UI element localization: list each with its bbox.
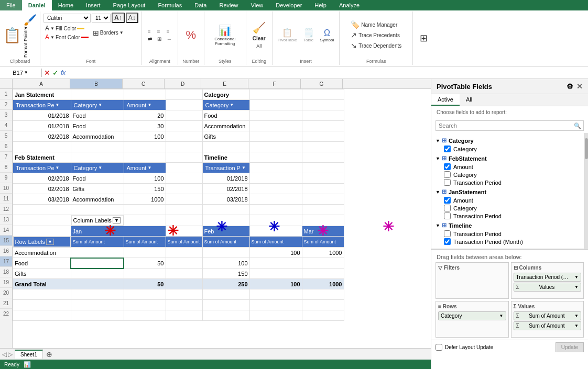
cell-c15[interactable]: Sum of Amount <box>124 237 166 248</box>
cell-d14[interactable] <box>166 226 202 237</box>
cell-d17[interactable] <box>166 258 202 269</box>
indent-btn[interactable]: → <box>165 36 173 42</box>
cell-g19[interactable]: 1000 <box>302 279 344 289</box>
row-6[interactable]: 6 <box>0 141 12 152</box>
cell-a18[interactable]: Gifts <box>13 269 71 279</box>
cell-a5[interactable]: 02/2018 <box>13 131 71 142</box>
cell-a14[interactable] <box>13 226 71 237</box>
cell-a20[interactable] <box>13 289 71 300</box>
cell-b6[interactable] <box>71 142 124 152</box>
pivot-field-feb-category-checkbox[interactable] <box>444 171 451 178</box>
cell-c16[interactable] <box>124 248 166 258</box>
row-15[interactable]: 15 <box>0 236 12 246</box>
cell-a4[interactable]: 01/2018 <box>13 121 71 131</box>
cell-b22[interactable] <box>71 310 124 321</box>
cell-g14[interactable]: Mar <box>302 226 344 237</box>
cell-d1[interactable] <box>166 90 202 100</box>
confirm-formula-btn[interactable]: ✓ <box>52 69 59 77</box>
cell-e13[interactable] <box>202 215 249 226</box>
col-header-a[interactable]: A <box>13 79 70 88</box>
cell-a9[interactable]: 02/2018 <box>13 173 71 184</box>
cell-b7[interactable] <box>71 152 124 163</box>
tab-daniel[interactable]: Daniel <box>22 0 52 10</box>
pivot-field-feb-amount-checkbox[interactable] <box>444 163 451 170</box>
row-5[interactable]: 5 <box>0 131 12 141</box>
cell-g5[interactable] <box>302 131 344 142</box>
tab-formulas[interactable]: Formulas <box>151 0 188 10</box>
cell-b12[interactable] <box>71 205 124 215</box>
cell-b10[interactable]: Gifts <box>71 184 124 194</box>
cell-g21[interactable] <box>302 300 344 310</box>
table-btn[interactable]: 🗒️ Table <box>301 27 316 43</box>
cell-d16[interactable] <box>166 248 202 258</box>
cell-c8[interactable]: Amount ▼ <box>124 163 166 173</box>
cell-g9[interactable] <box>302 173 344 184</box>
cell-a21[interactable] <box>13 300 71 310</box>
cell-a19[interactable]: Grand Total <box>13 279 71 289</box>
tab-page-layout[interactable]: Page Layout <box>107 0 152 10</box>
clear-btn[interactable]: Clear <box>251 35 267 42</box>
cell-g16[interactable]: 1000 <box>302 248 344 258</box>
cell-f14[interactable] <box>249 226 302 237</box>
cell-g12[interactable] <box>302 205 344 215</box>
cell-d19[interactable] <box>166 279 202 289</box>
cell-c21[interactable] <box>124 300 166 310</box>
cell-b1[interactable] <box>71 90 124 100</box>
pivot-update-btn[interactable]: Update <box>556 342 584 352</box>
cell-c1[interactable] <box>124 90 166 100</box>
cell-g17[interactable] <box>302 258 344 269</box>
cell-f3[interactable] <box>249 110 302 121</box>
cell-e17[interactable]: 100 <box>202 258 249 269</box>
row-7[interactable]: 7 <box>0 152 12 162</box>
tab-insert[interactable]: Insert <box>80 0 107 10</box>
cell-d12[interactable] <box>166 205 202 215</box>
pivot-field-jan-transperiod-checkbox[interactable] <box>444 213 451 219</box>
pivot-field-timeline-transperiod-checkbox[interactable] <box>444 230 451 237</box>
cell-g2[interactable] <box>302 100 344 110</box>
cell-c18[interactable] <box>124 269 166 279</box>
name-box[interactable]: B17 ▼ <box>0 69 42 77</box>
cell-d21[interactable] <box>166 300 202 310</box>
cell-b19[interactable] <box>71 279 124 289</box>
cell-b13[interactable]: Column Labels ▼ <box>71 215 124 226</box>
cell-c17[interactable]: 50 <box>124 258 166 269</box>
pivot-fields-scrollbar[interactable] <box>584 133 588 249</box>
font-decrease-btn[interactable]: A↓ <box>126 13 138 23</box>
cell-e20[interactable] <box>202 289 249 300</box>
cell-a17[interactable]: Food <box>13 258 71 269</box>
cell-g1[interactable] <box>302 90 344 100</box>
tab-file[interactable]: File <box>0 0 22 10</box>
cell-b2[interactable]: Category ▼ <box>71 100 124 110</box>
row-16[interactable]: 16 <box>0 246 12 256</box>
cell-f8[interactable] <box>249 163 302 173</box>
defer-layout-checkbox[interactable] <box>435 344 442 351</box>
font-increase-btn[interactable]: A↑ <box>112 13 125 23</box>
pivot-columns-item-values[interactable]: Σ Values ▼ <box>514 283 582 292</box>
cell-c13[interactable] <box>124 215 166 226</box>
align-center-btn[interactable]: ≡ <box>156 28 164 35</box>
cell-g7[interactable] <box>302 152 344 163</box>
pivot-scrollbar-thumb[interactable] <box>585 138 588 159</box>
pivot-close-btn[interactable]: ✕ <box>576 82 583 91</box>
cell-c4[interactable]: 30 <box>124 121 166 131</box>
cell-g20[interactable] <box>302 289 344 300</box>
pivot-section-category-header[interactable]: ▼ ⊞ Category <box>431 136 584 145</box>
cell-c2[interactable]: Amount ▼ <box>124 100 166 110</box>
cell-f20[interactable] <box>249 289 302 300</box>
cell-a22[interactable] <box>13 310 71 321</box>
col-header-g[interactable]: G <box>301 79 343 88</box>
cell-e21[interactable] <box>202 300 249 310</box>
cell-b18[interactable] <box>71 269 124 279</box>
cell-e16[interactable] <box>202 248 249 258</box>
cell-f2[interactable] <box>249 100 302 110</box>
cell-b4[interactable]: Food <box>71 121 124 131</box>
formula-input[interactable] <box>68 69 588 77</box>
extra-icon-btn[interactable]: ⊞ <box>416 31 431 45</box>
cell-b8[interactable]: Category ▼ <box>71 163 124 173</box>
pivot-columns-item-transperiod[interactable]: Transaction Period (… ▼ <box>514 273 582 282</box>
cell-e3[interactable]: Food <box>202 110 249 121</box>
cell-e6[interactable] <box>202 142 249 152</box>
align-left-btn[interactable]: ≡ <box>146 28 155 35</box>
row-4[interactable]: 4 <box>0 120 12 131</box>
name-manager-btn[interactable]: 🏷️ Name Manager <box>349 20 399 29</box>
